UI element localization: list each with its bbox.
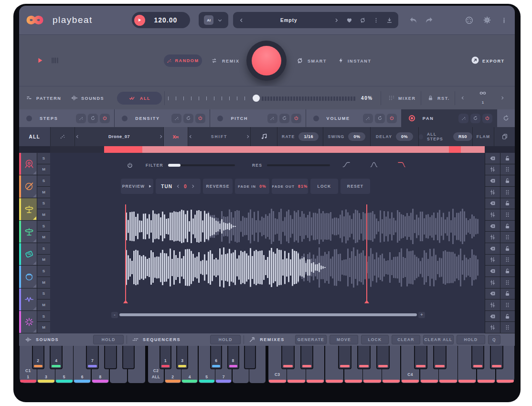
solo-button[interactable]: S: [37, 311, 50, 322]
sounds-label[interactable]: SOUNDS: [81, 96, 104, 101]
save-preset-icon[interactable]: [386, 17, 393, 23]
lock-row-button[interactable]: [500, 311, 515, 322]
remix-loop-icon[interactable]: [211, 57, 218, 64]
flam-cell[interactable]: FLAM: [473, 127, 494, 146]
remix-q-button[interactable]: Q: [488, 335, 500, 344]
lock-sample-button[interactable]: LOCK: [310, 179, 338, 194]
sounds-icon[interactable]: [71, 94, 78, 102]
lock-row-button[interactable]: [500, 288, 515, 300]
row-settings-button[interactable]: [485, 277, 500, 288]
filter-power-icon[interactable]: [127, 162, 133, 169]
row-settings-button[interactable]: [485, 255, 500, 266]
zoom-in-button[interactable]: +: [418, 312, 425, 318]
info-icon[interactable]: [501, 17, 507, 24]
black-key[interactable]: [281, 346, 295, 369]
reverse-button[interactable]: REVERSE: [203, 179, 233, 194]
clear-sample-button[interactable]: [485, 243, 500, 255]
export-label[interactable]: EXPORT: [482, 59, 505, 64]
mute-button[interactable]: M: [37, 277, 50, 288]
black-key[interactable]: [300, 346, 314, 369]
all-steps-radio[interactable]: [419, 134, 423, 139]
pattern-icon[interactable]: [26, 95, 32, 101]
instrument-pad-clap-burst[interactable]: [21, 311, 37, 333]
all-steps-cell[interactable]: ALL: [19, 127, 51, 146]
lock-row-button[interactable]: [500, 243, 515, 255]
tab-radio[interactable]: [26, 116, 32, 121]
pad-corner-handle[interactable]: [33, 171, 36, 174]
tab-radio[interactable]: [313, 116, 319, 121]
waveform-left-channel[interactable]: [126, 209, 480, 244]
zoom-out-button[interactable]: -: [111, 312, 118, 318]
tab-randomize-button[interactable]: [267, 114, 277, 123]
solo-button[interactable]: S: [37, 175, 50, 187]
tab-loop-button[interactable]: [375, 114, 385, 123]
bpm-box[interactable]: 120.00: [132, 12, 190, 28]
mute-button[interactable]: M: [37, 232, 50, 243]
tab-pitch[interactable]: PITCH: [210, 109, 306, 127]
lock-row-button[interactable]: [500, 221, 515, 232]
mute-button[interactable]: M: [37, 299, 50, 310]
delay-value[interactable]: 0%: [396, 132, 413, 141]
smart-icon[interactable]: [297, 57, 303, 64]
black-key[interactable]: 7: [86, 346, 99, 369]
black-key[interactable]: [357, 346, 371, 369]
preset-next-icon[interactable]: [334, 18, 339, 23]
clear-sample-button[interactable]: [485, 153, 500, 164]
random-button[interactable]: RANDOM: [164, 54, 202, 67]
solo-button[interactable]: S: [37, 243, 50, 255]
pan-lane-bar[interactable]: [50, 146, 485, 153]
black-key[interactable]: 8: [227, 346, 239, 369]
row-drag-handle[interactable]: [500, 299, 515, 311]
tab-power-button[interactable]: [482, 114, 492, 123]
pad-corner-handle[interactable]: [33, 239, 36, 242]
remix-label[interactable]: REMIX: [222, 59, 240, 64]
sample-start-marker[interactable]: [125, 204, 126, 303]
instant-bolt-icon[interactable]: [338, 57, 344, 64]
loop-length-control[interactable]: 1: [474, 89, 491, 107]
row-settings-button[interactable]: [485, 232, 500, 243]
remix-lock-button[interactable]: LOCK: [361, 335, 389, 344]
tune-down-icon[interactable]: [176, 184, 181, 189]
remix-clear-all-button[interactable]: CLEAR ALL: [423, 335, 454, 344]
black-key[interactable]: 2: [32, 346, 45, 369]
tab-randomize-button[interactable]: [171, 114, 181, 123]
preset-menu-icon[interactable]: [373, 17, 379, 23]
fade-in-control[interactable]: FADE IN 0%: [235, 179, 269, 194]
row-drag-handle[interactable]: [500, 277, 515, 288]
black-key[interactable]: [433, 346, 447, 369]
black-key[interactable]: [104, 346, 117, 369]
fade-out-control[interactable]: FADE OUT 81%: [272, 179, 308, 194]
lock-row-button[interactable]: [500, 266, 515, 277]
tab-loop-button[interactable]: [88, 114, 98, 123]
midi-settings-icon[interactable]: [465, 16, 473, 24]
solo-button[interactable]: S: [37, 153, 50, 164]
solo-button[interactable]: S: [37, 288, 50, 300]
big-trigger-button[interactable]: [246, 41, 287, 81]
clear-sample-button[interactable]: [485, 221, 500, 232]
row-drag-handle[interactable]: [500, 209, 515, 221]
copy-cell[interactable]: [494, 127, 515, 146]
row-drag-handle[interactable]: [500, 322, 515, 333]
clear-sample-button[interactable]: [485, 175, 500, 187]
tab-pan[interactable]: PAN: [402, 109, 497, 127]
row-settings-button[interactable]: [485, 209, 500, 221]
mute-button[interactable]: M: [37, 209, 50, 220]
sample-prev-icon[interactable]: [75, 134, 80, 139]
pad-corner-handle[interactable]: [33, 261, 36, 265]
tune-value[interactable]: 0: [184, 184, 187, 189]
lowpass-curve-icon[interactable]: [396, 160, 407, 169]
waveform-right-channel[interactable]: [126, 247, 480, 288]
shift-right-icon[interactable]: [245, 134, 250, 139]
all-steps-value[interactable]: R50: [453, 132, 472, 141]
instrument-pad-fx-wave[interactable]: [21, 288, 37, 310]
black-key[interactable]: 1: [160, 346, 171, 369]
remix-hold-button[interactable]: HOLD: [457, 335, 485, 344]
sample-next-icon[interactable]: [159, 134, 163, 139]
remix-clear-button[interactable]: CLEAR: [392, 335, 420, 344]
preset-name[interactable]: Empty: [244, 18, 334, 23]
choke-group-cell[interactable]: [164, 127, 188, 146]
black-key[interactable]: [338, 346, 351, 369]
black-key[interactable]: [122, 346, 135, 369]
black-key[interactable]: [244, 346, 256, 369]
preview-button[interactable]: PREVIEW: [121, 179, 153, 194]
